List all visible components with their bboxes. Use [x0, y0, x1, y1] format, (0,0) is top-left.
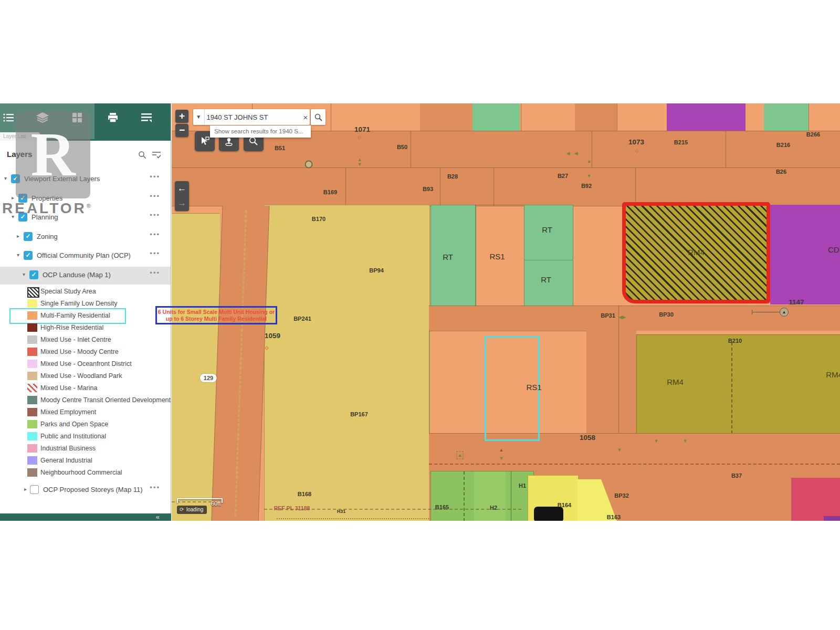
legend-item: General Industrial — [0, 455, 171, 467]
search-suggestion-item[interactable]: Show search results for 1940 S... — [210, 125, 311, 138]
map-shape — [723, 334, 840, 434]
map-label: B50 — [397, 144, 407, 150]
map-shape — [430, 471, 534, 521]
map-shape — [141, 113, 152, 122]
legend-label: Special Study Area — [40, 288, 96, 295]
legend-swatch-icon — [27, 396, 37, 404]
legend-swatch-icon — [27, 335, 37, 344]
row-menu-dots[interactable]: ••• — [150, 211, 160, 219]
map-shape — [250, 138, 255, 143]
row-menu-dots[interactable]: ••• — [150, 192, 160, 200]
search-bar[interactable]: ▼ × — [193, 109, 310, 125]
map-shape — [149, 120, 152, 122]
checkbox-unchecked[interactable] — [30, 485, 39, 494]
row-menu-dots[interactable]: ••• — [150, 230, 160, 238]
map-shape — [143, 156, 146, 159]
legend-label: Industrial Business — [40, 445, 96, 452]
map-shape — [440, 167, 440, 206]
checkbox-checked[interactable]: ✓ — [24, 232, 33, 241]
collapse-panel-icon[interactable]: « — [156, 513, 160, 521]
map-shape — [157, 155, 161, 158]
map-label: 1059 — [265, 332, 280, 340]
map-label: H2 — [490, 505, 497, 511]
zoom-out-button[interactable]: − — [175, 124, 188, 137]
loading-indicator: loading — [177, 506, 207, 514]
legend-label: Parks and Open Space — [40, 421, 108, 428]
map-marker-icon: ◀ — [574, 151, 578, 156]
map-label: REF PL 31188 — [274, 505, 310, 511]
map-label: BP94 — [369, 267, 384, 274]
realtor-text-watermark: REALTOR® — [2, 200, 93, 217]
map-shape — [235, 210, 247, 517]
map-label: B266 — [806, 131, 820, 138]
legend-label: General Industrial — [40, 457, 92, 464]
map-shape — [264, 205, 430, 521]
row-menu-dots[interactable]: ••• — [150, 249, 160, 257]
map-label: RT — [542, 225, 552, 234]
previous-extent-button[interactable]: ← — [175, 181, 189, 196]
map-marker-icon: ◀▶ — [618, 315, 626, 320]
map-marker-icon: ◆ — [265, 346, 268, 350]
checkbox-checked[interactable]: ✓ — [29, 270, 38, 279]
legend-label: Mixed Use - Moody Centre — [40, 348, 119, 355]
layer-label: OCP Proposed Storeys (Map 11) — [43, 486, 143, 494]
map-shape — [429, 306, 840, 306]
legend-swatch-icon — [27, 408, 37, 416]
map-marker-icon: ▲ — [499, 448, 504, 453]
map-label: B163 — [607, 514, 621, 520]
search-input[interactable] — [205, 113, 301, 121]
layer-tree-row-zoning[interactable]: ▸✓Zoning••• — [0, 228, 171, 246]
row-menu-dots[interactable]: ••• — [150, 484, 160, 491]
location-pin-icon — [224, 136, 234, 146]
extent-navigation[interactable]: ← → — [175, 181, 189, 211]
legend-swatch-icon — [27, 468, 37, 477]
layer-tree-row-ocp-landuse-map-1-[interactable]: ▾✓OCP Landuse (Map 1)••• — [0, 267, 171, 285]
legend-label: Mixed Employment — [40, 408, 96, 416]
map-shape — [429, 464, 840, 465]
map-label: B92 — [581, 183, 592, 189]
map-shape — [464, 471, 465, 521]
caret-down-icon[interactable]: ▾ — [4, 175, 7, 181]
search-clear-icon[interactable]: × — [301, 113, 310, 122]
checkbox-checked[interactable]: ✓ — [24, 251, 33, 260]
caret-right-icon[interactable]: ▸ — [17, 233, 19, 239]
caret-down-icon[interactable]: ▾ — [17, 252, 19, 258]
map-label: B27 — [558, 173, 568, 179]
utility-symbol-icon — [752, 312, 784, 312]
search-submit-button[interactable] — [311, 109, 326, 125]
layer-tree-row-official-community-plan-ocp-[interactable]: ▾✓Official Community Plan (OCP)••• — [0, 247, 171, 265]
more-widgets-icon[interactable] — [139, 110, 154, 125]
map-shape — [107, 112, 119, 123]
map-shape — [139, 152, 144, 156]
caret-right-icon[interactable]: ▸ — [24, 486, 27, 492]
map-label: RM4 — [667, 377, 684, 386]
map-label: CD3 — [828, 245, 840, 254]
legend-swatch-icon — [27, 323, 37, 332]
legend-label: Moody Centre Transit Oriented Developmen… — [40, 396, 171, 404]
zoom-in-button[interactable]: + — [175, 110, 188, 123]
caret-down-icon[interactable]: ▾ — [23, 271, 25, 277]
layer-search-icon[interactable] — [138, 151, 146, 159]
map-shape — [141, 113, 152, 115]
search-source-dropdown[interactable]: ▼ — [193, 109, 205, 125]
legend-swatch-icon — [27, 432, 37, 440]
map-label: B51 — [275, 145, 285, 151]
row-menu-dots[interactable]: ••• — [150, 269, 160, 277]
next-extent-button[interactable]: → — [175, 196, 189, 211]
map-shape — [141, 117, 152, 118]
legend-label: Single Family Low Density — [40, 300, 118, 307]
caret-right-icon[interactable]: ▸ — [12, 195, 14, 201]
layer-tree-row-ocp-proposed-storeys[interactable]: ▸ OCP Proposed Storeys (Map 11) ••• — [0, 481, 171, 496]
map-label: 1147 — [789, 298, 804, 306]
map-shape — [331, 103, 331, 131]
map-marker-icon: ◆ — [635, 149, 638, 153]
map-shape — [202, 137, 207, 145]
row-menu-dots[interactable]: ••• — [150, 173, 160, 181]
legend-item: High-Rise Residential — [0, 322, 171, 334]
print-icon[interactable] — [105, 110, 121, 125]
panel-footer-bar: « — [0, 513, 171, 521]
toggle-layers-icon[interactable] — [152, 151, 161, 159]
map-marker-icon: ▼ — [683, 439, 688, 444]
map-shape — [592, 131, 592, 167]
legend-label: Mixed Use - Inlet Centre — [40, 336, 111, 343]
